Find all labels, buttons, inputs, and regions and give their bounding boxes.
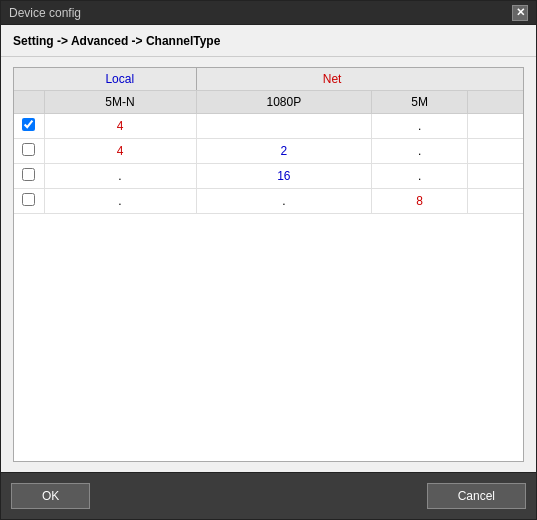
table-row: 4. <box>14 114 523 139</box>
table-row: .16. <box>14 164 523 189</box>
breadcrumb-text: Setting -> Advanced -> ChannelType <box>13 34 220 48</box>
footer: OK Cancel <box>1 472 536 519</box>
table-container: Local Net 5M-N 1080P 5M 4.42..16...8 <box>13 67 524 462</box>
breadcrumb: Setting -> Advanced -> ChannelType <box>1 25 536 57</box>
table-row: ..8 <box>14 189 523 214</box>
row-1-col3: . <box>372 139 468 164</box>
row-1-col2: 2 <box>196 139 372 164</box>
col-header-5m: 5M <box>372 91 468 114</box>
row-checkbox-0[interactable] <box>22 118 35 131</box>
col-header-5mn: 5M-N <box>44 91 196 114</box>
row-3-col1: . <box>44 189 196 214</box>
row-checkbox-1[interactable] <box>22 143 35 156</box>
group-header-row: Local Net <box>14 68 523 91</box>
row-checkbox-2[interactable] <box>22 168 35 181</box>
checkbox-cell-1 <box>14 139 44 164</box>
table-body: 4.42..16...8 <box>14 114 523 214</box>
ok-button[interactable]: OK <box>11 483 90 509</box>
row-1-col4 <box>468 139 523 164</box>
window-title: Device config <box>9 6 81 20</box>
checkbox-cell-0 <box>14 114 44 139</box>
close-button[interactable]: ✕ <box>512 5 528 21</box>
row-2-col1: . <box>44 164 196 189</box>
checkbox-col-header <box>14 68 44 91</box>
table-row: 42. <box>14 139 523 164</box>
cancel-button[interactable]: Cancel <box>427 483 526 509</box>
net-group-header: Net <box>196 68 468 91</box>
col-header-1080p: 1080P <box>196 91 372 114</box>
checkbox-cell-3 <box>14 189 44 214</box>
row-2-col4 <box>468 164 523 189</box>
row-0-col4 <box>468 114 523 139</box>
local-group-header: Local <box>44 68 196 91</box>
row-3-col4 <box>468 189 523 214</box>
row-3-col2: . <box>196 189 372 214</box>
channel-type-table: Local Net 5M-N 1080P 5M 4.42..16...8 <box>14 68 523 214</box>
title-bar: Device config ✕ <box>1 1 536 25</box>
row-1-col1: 4 <box>44 139 196 164</box>
col-header-checkbox <box>14 91 44 114</box>
row-3-col3: 8 <box>372 189 468 214</box>
row-2-col2: 16 <box>196 164 372 189</box>
row-0-col2 <box>196 114 372 139</box>
col-header-empty <box>468 91 523 114</box>
row-0-col3: . <box>372 114 468 139</box>
row-checkbox-3[interactable] <box>22 193 35 206</box>
row-2-col3: . <box>372 164 468 189</box>
row-0-col1: 4 <box>44 114 196 139</box>
empty-group-header <box>468 68 523 91</box>
col-header-row: 5M-N 1080P 5M <box>14 91 523 114</box>
main-window: Device config ✕ Setting -> Advanced -> C… <box>0 0 537 520</box>
content-area: Local Net 5M-N 1080P 5M 4.42..16...8 <box>1 57 536 472</box>
checkbox-cell-2 <box>14 164 44 189</box>
